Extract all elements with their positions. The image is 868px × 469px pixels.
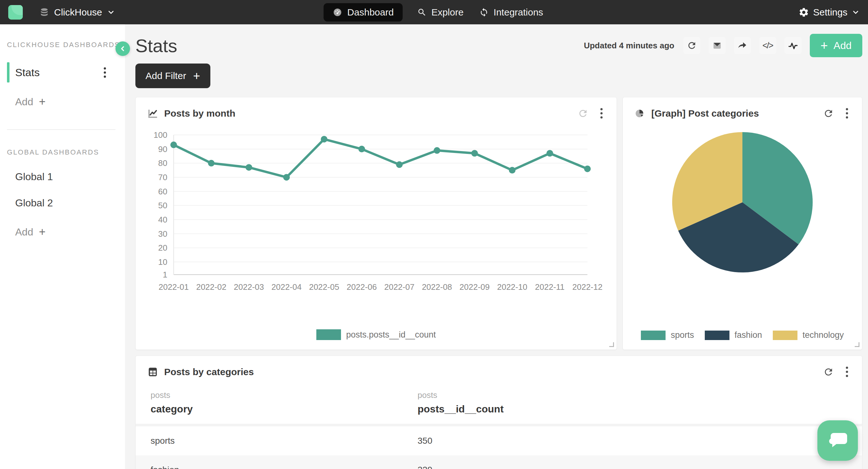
data-point[interactable] bbox=[509, 167, 516, 173]
kebab-menu-icon[interactable] bbox=[843, 364, 850, 379]
refresh-icon bbox=[687, 40, 697, 51]
nav-tab-integrations[interactable]: Integrations bbox=[478, 3, 545, 22]
data-point[interactable] bbox=[208, 160, 214, 167]
line-series bbox=[174, 139, 587, 177]
top-navbar: ClickHouse Dashboard bbox=[0, 0, 868, 24]
embed-code-button[interactable]: </> bbox=[759, 37, 776, 54]
settings-menu[interactable]: Settings bbox=[798, 7, 860, 18]
plus-icon: + bbox=[39, 95, 45, 108]
mail-icon bbox=[712, 40, 722, 51]
y-axis-tick: 30 bbox=[158, 229, 167, 239]
pie-chart bbox=[669, 129, 815, 275]
legend-item[interactable]: posts.posts__id__count bbox=[316, 329, 436, 340]
sidebar-item-global-1[interactable]: Global 1 bbox=[7, 171, 125, 183]
y-axis-tick: 80 bbox=[158, 158, 167, 168]
table-icon bbox=[147, 366, 158, 378]
refresh-chart-button[interactable] bbox=[578, 108, 588, 119]
sidebar-add-dashboard[interactable]: Add + bbox=[7, 95, 125, 108]
sidebar-item-label: Stats bbox=[15, 66, 39, 79]
nav-tab-explore[interactable]: Explore bbox=[416, 3, 465, 22]
data-point[interactable] bbox=[584, 166, 591, 172]
refresh-chart-button[interactable] bbox=[823, 367, 834, 377]
line-chart-icon bbox=[147, 108, 158, 119]
resize-handle[interactable] bbox=[855, 342, 860, 347]
sidebar-collapse-button[interactable] bbox=[116, 41, 130, 56]
refresh-chart-button[interactable] bbox=[823, 108, 834, 119]
data-point[interactable] bbox=[547, 150, 553, 157]
share-button[interactable] bbox=[734, 37, 751, 54]
data-point[interactable] bbox=[471, 150, 478, 157]
table-row: fashion329 bbox=[136, 456, 862, 469]
column-group-label: posts bbox=[151, 390, 417, 400]
x-axis-label: 2022-07 bbox=[384, 282, 414, 292]
sidebar-add-global-dashboard[interactable]: Add + bbox=[7, 225, 125, 239]
sidebar-item-global-2[interactable]: Global 2 bbox=[7, 197, 125, 209]
kebab-menu-icon[interactable] bbox=[598, 106, 605, 121]
chart-title: Posts by month bbox=[164, 108, 235, 119]
add-filter-button[interactable]: Add Filter + bbox=[135, 64, 210, 88]
pie-chart-icon bbox=[634, 108, 646, 119]
chart-controls bbox=[823, 364, 850, 379]
nav-tab-label: Dashboard bbox=[347, 7, 394, 18]
pie-card-header: [Graph] Post categories bbox=[634, 106, 850, 121]
legend-item[interactable]: sports bbox=[641, 330, 694, 340]
add-chart-button[interactable]: + Add bbox=[810, 34, 862, 57]
data-point[interactable] bbox=[359, 146, 365, 152]
legend-label: technology bbox=[803, 330, 844, 340]
app-logo[interactable] bbox=[8, 5, 23, 20]
settings-label: Settings bbox=[813, 7, 847, 18]
column-name: category bbox=[151, 403, 417, 415]
nav-tab-dashboard[interactable]: Dashboard bbox=[323, 3, 403, 22]
table-body: sports350fashion329 bbox=[147, 426, 850, 469]
chevron-down-icon bbox=[107, 8, 115, 16]
activity-button[interactable] bbox=[784, 37, 802, 54]
column-header-category: posts category bbox=[147, 390, 417, 415]
charts-row: Posts by month 1009080706050403020101202… bbox=[135, 97, 862, 350]
kebab-menu-icon[interactable] bbox=[101, 65, 108, 80]
data-point[interactable] bbox=[245, 164, 252, 171]
cell-count: 329 bbox=[417, 465, 432, 469]
x-axis-label: 2022-10 bbox=[497, 282, 527, 292]
legend-item[interactable]: technology bbox=[773, 330, 844, 340]
x-axis-label: 2022-03 bbox=[234, 282, 264, 292]
table-card-header: Posts by categories bbox=[147, 364, 850, 379]
pulse-icon bbox=[788, 40, 798, 51]
sidebar-section-clickhouse: CLICKHOUSE DASHBOARDS bbox=[7, 41, 125, 49]
email-report-button[interactable] bbox=[709, 37, 726, 54]
sync-icon bbox=[479, 8, 489, 17]
sidebar-item-stats[interactable]: Stats bbox=[7, 62, 125, 82]
data-point[interactable] bbox=[170, 142, 177, 148]
x-axis-label: 2022-11 bbox=[535, 282, 565, 292]
x-axis-label: 2022-05 bbox=[309, 282, 339, 292]
cell-count: 350 bbox=[417, 436, 432, 446]
gauge-icon bbox=[333, 7, 343, 18]
table-divider bbox=[136, 424, 862, 426]
legend-item[interactable]: fashion bbox=[705, 330, 762, 340]
sidebar: CLICKHOUSE DASHBOARDS Stats Add + GLOBAL… bbox=[0, 24, 125, 469]
cell-category: fashion bbox=[147, 465, 417, 469]
sidebar-section-global: GLOBAL DASHBOARDS bbox=[7, 148, 125, 157]
data-point[interactable] bbox=[321, 136, 328, 142]
y-axis-tick: 90 bbox=[158, 144, 167, 154]
chart-controls bbox=[823, 106, 850, 121]
legend-swatch bbox=[773, 331, 798, 340]
chat-widget-button[interactable] bbox=[817, 420, 858, 461]
x-axis-label: 2022-09 bbox=[460, 282, 490, 292]
search-icon bbox=[417, 8, 427, 17]
chart-title: [Graph] Post categories bbox=[651, 108, 759, 119]
y-axis-tick: 50 bbox=[158, 201, 167, 210]
y-axis-tick: 70 bbox=[158, 173, 167, 182]
plus-icon: + bbox=[39, 225, 45, 239]
data-point[interactable] bbox=[283, 174, 290, 180]
legend-label: fashion bbox=[735, 330, 762, 340]
connection-selector[interactable]: ClickHouse bbox=[39, 7, 115, 18]
data-point[interactable] bbox=[396, 161, 403, 168]
legend-swatch bbox=[316, 329, 341, 340]
kebab-menu-icon[interactable] bbox=[843, 106, 850, 121]
data-point[interactable] bbox=[434, 147, 440, 154]
refresh-dashboard-button[interactable] bbox=[683, 37, 700, 54]
legend-swatch bbox=[705, 331, 730, 340]
resize-handle[interactable] bbox=[609, 342, 614, 347]
share-forward-icon bbox=[737, 40, 747, 51]
add-label: Add bbox=[15, 226, 33, 238]
